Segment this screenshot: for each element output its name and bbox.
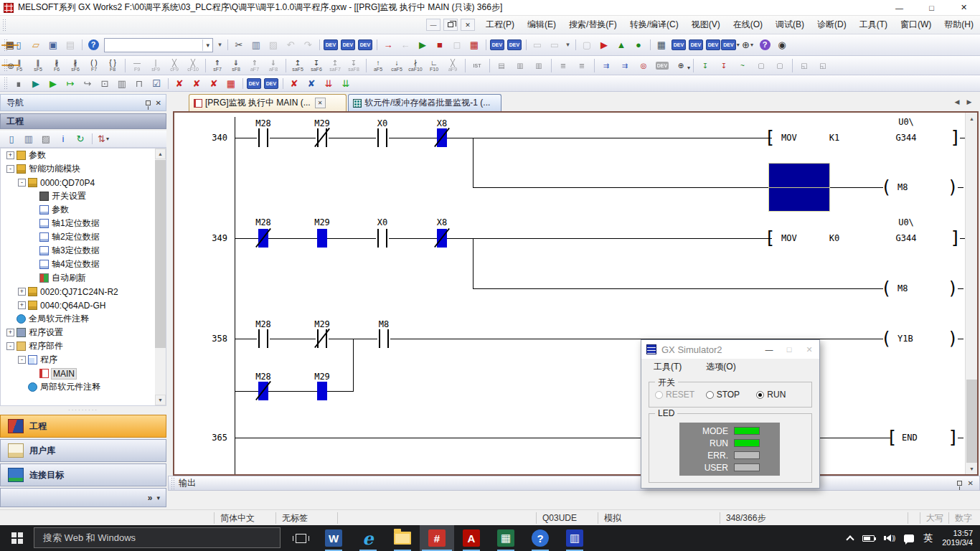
device-comment-search[interactable] <box>322 37 339 52</box>
notification-icon[interactable] <box>904 534 914 542</box>
device-display-1[interactable] <box>489 37 506 52</box>
ist-instruction[interactable]: IST <box>468 57 486 75</box>
monitor-block[interactable]: ▦ <box>466 37 483 52</box>
zoom[interactable]: ⊕ <box>739 37 756 52</box>
sidebar-more-strip[interactable]: » ▾ <box>0 488 166 507</box>
contact-nc[interactable] <box>316 128 329 147</box>
tree-item[interactable]: + 0040:Q64AD-GH <box>1 298 166 312</box>
edit-cursor-cell[interactable] <box>768 163 830 212</box>
tree-item[interactable]: + 程序设置 <box>1 326 166 339</box>
tree-item[interactable]: - 智能功能模块 <box>1 162 166 176</box>
pause-device[interactable]: ⊓ <box>131 76 148 91</box>
gx-simulator[interactable]: ▥ <box>557 525 592 551</box>
tree-expand-box[interactable]: + <box>18 288 26 296</box>
close-panel-icon[interactable]: ✕ <box>968 479 974 487</box>
acrobat[interactable]: A <box>454 525 489 551</box>
rising-pulse-or[interactable]: ⇑ aF7 <box>245 57 264 75</box>
contact-no[interactable] <box>257 329 270 348</box>
tree-expand-box[interactable]: + <box>18 301 26 309</box>
coil[interactable]: ( ) F7 <box>85 57 103 75</box>
contact-nc-energized[interactable] <box>258 229 268 248</box>
toolbar-icon[interactable] <box>647 37 653 52</box>
invert-operation[interactable]: ∤ caF10 <box>406 57 425 75</box>
copy-item[interactable]: ▥ <box>20 131 37 146</box>
step-execution[interactable]: ∎ <box>10 76 27 91</box>
gx-simulator-window[interactable]: GX Simulator2 — □ ✕ 工具(T) 选项(O) 开关 RESET <box>641 339 820 489</box>
function-selector-combobox[interactable] <box>104 38 213 52</box>
falling-pulse[interactable]: ↓ caF5 <box>387 57 406 75</box>
help[interactable]: ? <box>523 525 557 551</box>
debug-tool-icon[interactable] <box>165 76 171 91</box>
sort-filter[interactable]: ⇅ <box>95 131 112 146</box>
device-comment-edit[interactable]: ⇉ <box>597 57 616 75</box>
sidebar-button-project[interactable]: 工程 <box>0 415 166 438</box>
menu-item[interactable]: 工具(T) <box>853 16 894 34</box>
exec-condition-list[interactable]: ☑ <box>148 76 165 91</box>
contact-no-energized[interactable] <box>317 229 327 248</box>
menu-item[interactable]: 视图(V) <box>685 16 727 34</box>
tree-item[interactable]: - 程序 <box>1 353 166 367</box>
close-button[interactable]: ✕ <box>948 0 980 16</box>
switch-radio[interactable]: RESET <box>655 390 706 400</box>
pulse-branch[interactable]: ↥ saF5 <box>288 57 307 75</box>
menu-item[interactable]: 转换/编译(C) <box>623 16 685 34</box>
tab-device-batch-monitor[interactable]: 软元件/缓冲存储器批量监视-1 (... <box>348 94 501 111</box>
pulse-branch-or[interactable]: ↥ saF7 <box>326 57 344 75</box>
panel-splitter-handle[interactable]: ········· <box>0 408 166 415</box>
coil-device[interactable]: Y1B <box>897 334 913 344</box>
scrollbar-thumb[interactable] <box>966 380 977 464</box>
pin-icon[interactable] <box>146 100 151 105</box>
delete-horizontal-line[interactable]: ╳ cF9 <box>165 57 184 75</box>
explorer[interactable] <box>385 525 420 551</box>
device-test-2[interactable] <box>653 57 672 75</box>
tree-item[interactable]: 轴3定位数据 <box>1 244 166 258</box>
tree-item[interactable]: MAIN <box>1 367 166 380</box>
tree-item[interactable]: 轴4定位数据 <box>1 258 166 271</box>
close-panel-icon[interactable]: ✕ <box>156 99 161 107</box>
new-item[interactable]: ▯ <box>3 131 20 146</box>
sim-io-3[interactable]: ⇊ <box>320 76 337 91</box>
toolbar-icon[interactable] <box>523 37 529 52</box>
tree-expand-box[interactable]: - <box>18 356 26 364</box>
instruction-arg[interactable]: K0 <box>806 233 863 243</box>
delete-vertical-line[interactable]: ╳ cF10 <box>184 57 202 75</box>
statement-display[interactable]: ▭ <box>546 37 563 52</box>
chevron-down-icon[interactable]: ▾ <box>156 494 160 501</box>
step-over[interactable]: ↦ <box>62 76 79 91</box>
menu-item[interactable]: 工程(P) <box>479 16 521 34</box>
falling-pulse-contact[interactable]: ⇓ sF8 <box>227 57 245 75</box>
delete-line[interactable]: ╳ aF9 <box>443 57 462 75</box>
ladder-tool-icon[interactable] <box>462 57 468 75</box>
instruction-op[interactable]: MOV <box>781 233 797 243</box>
mdi-close-button[interactable]: ✕ <box>461 19 475 31</box>
open-contact-or[interactable]: ∥ sF5 <box>29 57 47 75</box>
contact-nc[interactable] <box>316 329 329 348</box>
gx-works2[interactable]: # <box>420 525 454 551</box>
coil-device[interactable]: M8 <box>897 182 908 192</box>
tree-item[interactable]: 开关设置 <box>1 189 166 203</box>
ladder-tool-icon[interactable] <box>122 57 128 75</box>
menu-item-options[interactable]: 选项(O) <box>699 358 742 376</box>
mdi-minimize-button[interactable]: — <box>426 19 440 31</box>
tree-item[interactable]: - 0000:QD70P4 <box>1 176 166 189</box>
undo[interactable]: ↶ <box>282 37 299 52</box>
module-configuration[interactable]: ▦ <box>653 37 670 52</box>
device-display-2[interactable] <box>506 37 523 52</box>
scroll-up-icon[interactable]: ▲ <box>155 149 166 159</box>
minimize-button[interactable]: — <box>883 0 915 16</box>
find-binoculars[interactable]: ◉ <box>773 37 791 52</box>
menu-item[interactable]: 窗口(W) <box>894 16 938 34</box>
maximize-button[interactable]: □ <box>915 0 948 16</box>
contact-no[interactable] <box>257 128 270 147</box>
taskbar-clock[interactable]: 13:57 2019/3/4 <box>942 529 973 547</box>
partial-exec-2[interactable]: ◱ <box>814 57 832 75</box>
scan-run-green[interactable]: ↧ <box>696 57 715 75</box>
redo[interactable]: ↷ <box>299 37 316 52</box>
menu-item[interactable]: 调试(B) <box>769 16 811 34</box>
tab-main-program[interactable]: [PRG]监视 执行中 MAIN (... ✕ <box>189 94 347 111</box>
tab-scroll-right-icon[interactable]: ▶ <box>964 97 974 107</box>
simulation-start[interactable]: ▶ <box>595 37 613 52</box>
menu-item[interactable]: 搜索/替换(F) <box>562 16 623 34</box>
zoom-2[interactable]: ⊕ <box>672 57 690 75</box>
read-from-plc[interactable]: ← <box>397 37 414 52</box>
